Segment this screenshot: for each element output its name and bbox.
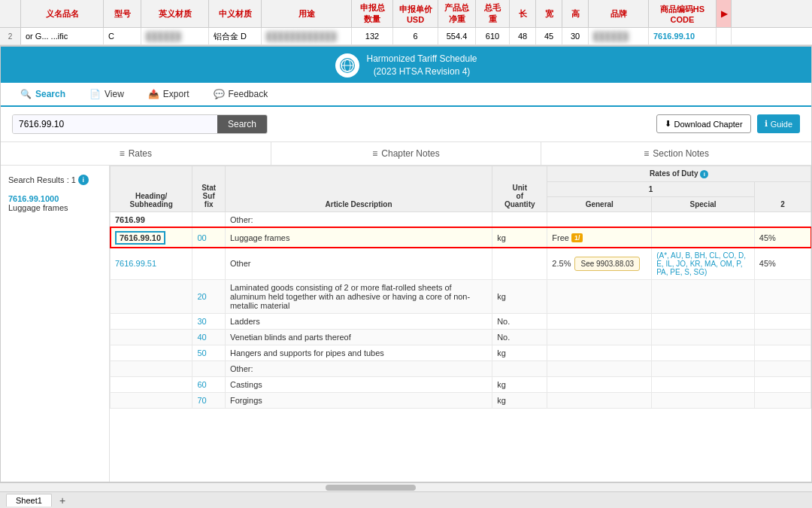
cell-unit-kg-20: kg — [492, 279, 547, 313]
cell-P2: ██████ — [589, 28, 649, 44]
section-tab-rates[interactable]: ≡ Rates — [1, 142, 271, 165]
cell-E2: C — [104, 28, 141, 44]
cell-col2-20 — [754, 279, 810, 313]
cell-D2: or G... ...ific — [21, 28, 104, 44]
tab-search[interactable]: 🔍 Search — [8, 83, 77, 107]
search-input[interactable] — [13, 115, 217, 133]
col-header-申报单价: 申报单价USD — [393, 0, 438, 27]
cell-stat-30: 30 — [192, 313, 226, 329]
col-header-用途: 用途 — [262, 0, 352, 27]
cell-stat-other2 — [192, 360, 226, 376]
cell-col2-70 — [754, 392, 810, 408]
cell-desc-other: Other — [225, 248, 492, 279]
th-stat-suf-fix: StatSuffix — [192, 166, 226, 211]
cell-general — [547, 211, 652, 227]
hts-logo — [335, 53, 359, 78]
cell-stat-50: 50 — [192, 345, 226, 360]
tab-export[interactable]: 📤 Export — [136, 83, 201, 107]
sidebar-item-luggage[interactable]: 7616.99.1000 Luggage frames — [1, 191, 109, 215]
bottom-bar: Sheet1 + — [0, 491, 812, 508]
section-tab-chapter-notes[interactable]: ≡ Chapter Notes — [271, 142, 542, 165]
cell-general-60 — [547, 376, 652, 392]
section-notes-icon: ≡ — [644, 148, 649, 159]
export-tab-icon: 📤 — [148, 89, 159, 99]
cell-col2-50 — [754, 345, 810, 360]
cell-H2: ████████████ — [262, 28, 352, 44]
col-header-长: 长 — [510, 0, 536, 27]
cell-stat-40: 40 — [192, 329, 226, 345]
col-header-义名品名: 义名品名 — [21, 0, 104, 27]
th-heading-subheading: Heading/Subheading — [111, 166, 192, 211]
cell-col2-other2 — [754, 360, 810, 376]
col-header-高: 高 — [562, 0, 589, 27]
row-number-2: 2 — [0, 28, 21, 45]
hts-table: Heading/Subheading StatSuffix Article De… — [110, 166, 811, 409]
cell-desc: Other: — [225, 211, 492, 227]
chapter-notes-icon: ≡ — [372, 148, 377, 159]
cell-special-other2 — [652, 360, 755, 376]
cell-desc-forgings: Forgings — [225, 392, 492, 408]
cell-heading-empty-50 — [111, 345, 192, 360]
scrollbar-thumb[interactable] — [326, 485, 416, 491]
hts-sidebar: Search Results : 1 i 7616.99.1000 Luggag… — [1, 166, 110, 482]
cell-desc-ladders: Ladders — [225, 313, 492, 329]
table-row: 40 Venetian blinds and parts thereof No. — [111, 329, 811, 345]
th-article-description: Article Description — [225, 166, 492, 211]
tooltip-9903: See 9903.88.03 — [574, 257, 640, 271]
th-unit-of-quantity: UnitofQuantity — [492, 166, 547, 211]
horizontal-scrollbar[interactable] — [0, 482, 812, 491]
cell-stat-70: 70 — [192, 392, 226, 408]
rates-icon: ≡ — [120, 148, 125, 159]
download-icon: ⬇ — [665, 119, 671, 129]
col-header-产品总净重: 产品总净重 — [438, 0, 476, 27]
cell-special-60 — [652, 376, 755, 392]
tab-view[interactable]: 📄 View — [77, 83, 136, 107]
cell-heading-empty-20 — [111, 279, 192, 313]
col-header-申报总数量: 申报总数量 — [352, 0, 393, 27]
cell-special — [652, 211, 755, 227]
download-chapter-button[interactable]: ⬇ Download Chapter — [656, 114, 751, 133]
cell-stat-20: 20 — [192, 279, 226, 313]
cell-special-9951: (A*, AU, B, BH, CL, CO, D, E, IL, JO, KR… — [652, 248, 755, 279]
cell-general-other2 — [547, 360, 652, 376]
table-row: 50 Hangers and supports for pipes and tu… — [111, 345, 811, 360]
cell-stat-00: 00 — [192, 227, 226, 248]
sheet-tab-sheet1[interactable]: Sheet1 — [6, 494, 52, 506]
cell-col2-30 — [754, 313, 810, 329]
result-count-info-icon[interactable]: i — [78, 175, 89, 185]
table-row-highlighted: 7616.99.10 00 Luggage frames kg Free 1/ — [111, 227, 811, 248]
section-tab-section-notes[interactable]: ≡ Section Notes — [541, 142, 811, 165]
search-button[interactable]: Search — [217, 115, 267, 133]
search-tab-icon: 🔍 — [20, 89, 32, 99]
cell-general-free: Free 1/ — [547, 227, 652, 248]
cell-desc-luggage: Luggage frames — [225, 227, 492, 248]
cell-desc-castings: Castings — [225, 376, 492, 392]
cell-unit-no-30: No. — [492, 313, 547, 329]
hts-nav: 🔍 Search 📄 View 📤 Export 💬 Feedback — [1, 83, 811, 107]
cell-unit-kg: kg — [492, 227, 547, 248]
cell-unit-kg-60: kg — [492, 376, 547, 392]
cell-general-50 — [547, 345, 652, 360]
cell-unit — [492, 211, 547, 227]
hts-header: Harmonized Tariff Schedule (2023 HTSA Re… — [1, 47, 811, 83]
cell-heading-empty-40 — [111, 329, 192, 345]
add-sheet-button[interactable]: + — [59, 494, 65, 506]
cell-G2: 铝合金 D — [209, 28, 262, 44]
cell-unit-other2 — [492, 360, 547, 376]
search-right-buttons: ⬇ Download Chapter ℹ Guide — [656, 114, 800, 133]
th-col2: 2 — [754, 181, 810, 211]
cell-desc-other2: Other: — [225, 360, 492, 376]
cell-special-40 — [652, 329, 755, 345]
guide-button[interactable]: ℹ Guide — [757, 114, 800, 133]
hts-content: Search Results : 1 i 7616.99.1000 Luggag… — [1, 166, 811, 482]
col-header-extra: ▶ — [717, 0, 732, 27]
col-header-英义材质: 英义材质 — [141, 0, 209, 27]
rates-duty-info-icon[interactable]: i — [700, 170, 708, 178]
cell-general-2-5: 2.5% See 9903.88.03 — [547, 248, 652, 279]
cell-col2-9951: 45% — [754, 248, 810, 279]
cell-I2: 132 — [352, 28, 393, 44]
cell-heading-9951: 7616.99.51 — [111, 248, 192, 279]
col-header-总毛重: 总毛重 — [476, 0, 510, 27]
tab-feedback[interactable]: 💬 Feedback — [201, 83, 280, 107]
cell-heading-empty-other2 — [111, 360, 192, 376]
